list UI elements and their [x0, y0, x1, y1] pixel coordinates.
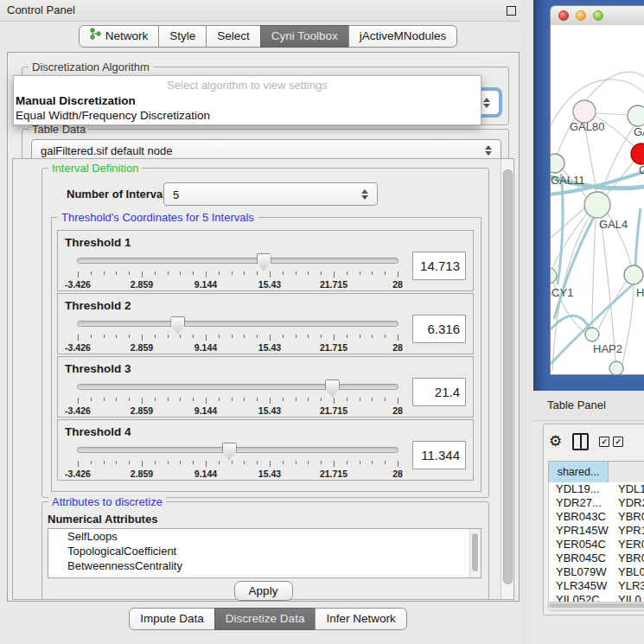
table-horizontal-scrollbar[interactable] — [547, 602, 644, 611]
node-label-h-node: H — [636, 286, 644, 299]
threshold-label: Threshold 4 — [65, 425, 131, 438]
tick-mark — [168, 335, 169, 338]
cyni-toolbox-panel: Discretization Algorithm Select algorith… — [7, 52, 520, 602]
slider-track[interactable] — [77, 321, 399, 327]
tab-jactivemnodules[interactable]: jActiveMNodules — [348, 25, 458, 48]
bottom-tab-infer-network-label: Infer Network — [326, 609, 395, 629]
threshold-slider[interactable]: -3.4262.8599.14415.4321.71528 — [77, 378, 399, 416]
bottom-tab-discretize-data[interactable]: Discretize Data — [214, 608, 316, 630]
algorithm-option-equal-width-frequency-discretization[interactable]: Equal Width/Frequency Discretization — [14, 108, 481, 123]
slider-tick-labels: -3.4262.8599.14415.4321.71528 — [78, 342, 398, 353]
tick-mark — [283, 398, 284, 401]
cell-shared-name: YBL079W — [549, 565, 613, 579]
tick-mark — [360, 271, 360, 275]
tick-mark — [116, 271, 117, 275]
slider-track[interactable] — [77, 384, 399, 390]
panel-scrollbar-thumb[interactable] — [503, 169, 513, 584]
table-row[interactable]: YDL19...YDL1 — [549, 482, 644, 496]
threshold-value-box[interactable]: 14.713 — [412, 252, 466, 280]
float-window-icon[interactable] — [507, 6, 516, 16]
tick-mark — [398, 398, 399, 404]
zoom-traffic-icon[interactable] — [593, 10, 603, 21]
tick-mark — [193, 271, 194, 275]
threshold-body: -3.4262.8599.14415.4321.7152821.4 — [65, 378, 466, 416]
threshold-value-box[interactable]: 11.344 — [412, 441, 466, 469]
threshold-slider[interactable]: -3.4262.8599.14415.4321.71528 — [77, 252, 399, 290]
tab-network[interactable]: Network — [79, 25, 160, 48]
attribute-item-betweennesscentrality[interactable]: BetweennessCentrality — [48, 558, 481, 573]
tick-label: 21.715 — [320, 342, 348, 353]
settings-scroll-pane: Interval Definition Number of Intervals … — [12, 158, 514, 600]
tick-mark — [193, 461, 194, 464]
network-node-gal4[interactable] — [584, 192, 610, 218]
tick-mark — [347, 271, 348, 275]
cell-shared-name: YER054C — [549, 538, 613, 552]
tab-select[interactable]: Select — [206, 25, 261, 48]
tab-style[interactable]: Style — [158, 25, 207, 48]
table-row[interactable]: YPR145WYPR1 — [549, 524, 644, 538]
slider-track[interactable] — [77, 447, 399, 453]
attribute-item-selfloops[interactable]: SelfLoops — [48, 529, 481, 544]
bottom-tab-infer-network[interactable]: Infer Network — [315, 608, 406, 630]
tick-mark — [398, 335, 399, 341]
tab-cyni-toolbox[interactable]: Cyni Toolbox — [260, 25, 349, 48]
slider-thumb[interactable] — [170, 316, 185, 334]
threshold-value-box[interactable]: 21.4 — [412, 378, 466, 406]
checkbox-icon[interactable]: ✓ — [599, 437, 609, 447]
table-horizontal-scrollbar-thumb[interactable] — [549, 603, 644, 608]
bottom-tab-impute-data[interactable]: Impute Data — [129, 608, 215, 630]
table-row[interactable]: YER054CYER0 — [549, 538, 644, 552]
network-window-titlebar[interactable] — [551, 6, 644, 26]
cell-name: YDL1 — [613, 482, 644, 496]
checkbox-icon[interactable]: ✓ — [613, 437, 623, 447]
apply-button[interactable]: Apply — [234, 581, 293, 601]
network-node-gcy1[interactable] — [551, 268, 557, 284]
number-of-intervals-select[interactable]: 5 — [163, 182, 378, 206]
threshold-value-box[interactable]: 6.316 — [412, 315, 466, 343]
tick-mark — [296, 398, 296, 401]
slider-thumb[interactable] — [325, 379, 340, 397]
tick-mark — [155, 461, 156, 464]
tick-label: 9.144 — [194, 279, 217, 290]
network-edge — [596, 113, 628, 115]
list-scrollbar[interactable] — [469, 529, 481, 577]
algorithm-option-manual-discretization[interactable]: Manual Discretization — [14, 93, 481, 108]
panel-divider[interactable] — [520, 0, 533, 644]
tick-label: -3.426 — [65, 405, 91, 416]
table-row[interactable]: YBR043CYBR0 — [549, 510, 644, 524]
network-node-hap2[interactable] — [585, 328, 599, 341]
tick-mark — [296, 461, 296, 464]
slider-thumb[interactable] — [222, 443, 237, 460]
table-row[interactable]: YLR345WYLR3 — [549, 579, 644, 593]
numerical-attributes-label: Numerical Attributes — [48, 513, 157, 526]
tick-label: 28 — [392, 279, 403, 290]
table-row[interactable]: YBL079WYBL0 — [549, 565, 644, 579]
bottom-tab-strip: Impute DataDiscretize DataInfer Network — [0, 608, 536, 630]
minimize-traffic-icon[interactable] — [576, 10, 586, 21]
gear-icon[interactable]: ⚙ — [549, 433, 562, 450]
table-row[interactable]: YDR27...YDR2 — [549, 496, 644, 510]
cell-name: YBR0 — [613, 510, 644, 524]
control-panel-titlebar: Control Panel ✖ — [0, 0, 536, 22]
close-traffic-icon[interactable] — [558, 10, 569, 21]
threshold-slider[interactable]: -3.4262.8599.14415.4321.71528 — [77, 441, 399, 479]
network-canvas[interactable]: GAL80GACGAL11GAL4GCY1HHAP2 — [551, 25, 644, 374]
tick-mark — [334, 271, 335, 277]
column-header-shared-name[interactable]: shared... — [548, 462, 609, 482]
attribute-item-topologicalcoefficient[interactable]: TopologicalCoefficient — [48, 544, 481, 558]
tick-mark — [168, 398, 169, 401]
network-node-gal11[interactable] — [551, 154, 564, 173]
network-node-bottom-node[interactable] — [609, 361, 623, 374]
slider-track[interactable] — [77, 258, 399, 264]
threshold-slider[interactable]: -3.4262.8599.14415.4321.71528 — [77, 315, 399, 353]
network-node-gal-right[interactable] — [628, 105, 644, 126]
slider-thumb[interactable] — [257, 253, 271, 271]
list-scrollbar-thumb[interactable] — [472, 533, 478, 571]
table-row[interactable]: YBR045CYBR0 — [549, 552, 644, 565]
split-columns-icon[interactable] — [572, 433, 589, 450]
numerical-attributes-list[interactable]: SelfLoopsTopologicalCoefficientBetweenne… — [48, 528, 481, 578]
network-node-h-node[interactable] — [624, 265, 643, 284]
network-node-selected-node[interactable] — [631, 143, 644, 164]
panel-scrollbar[interactable] — [501, 159, 513, 599]
column-header-name[interactable]: na — [609, 462, 644, 482]
